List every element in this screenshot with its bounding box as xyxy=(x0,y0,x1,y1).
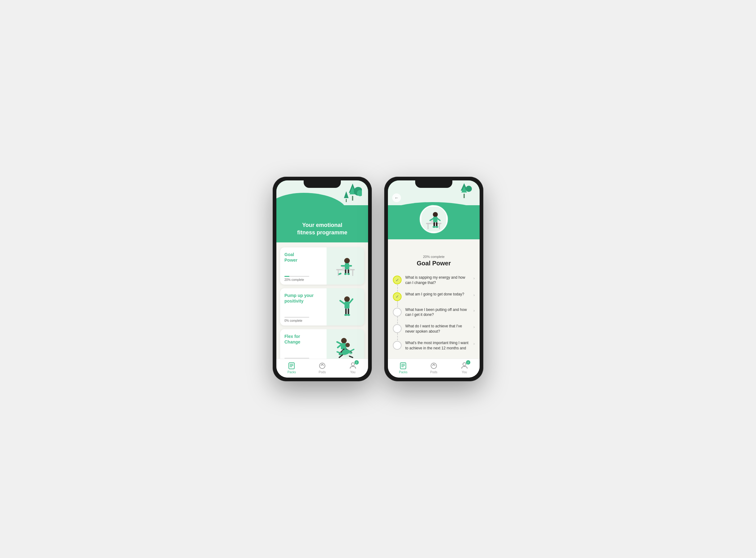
svg-rect-78 xyxy=(401,364,405,364)
q-arrow-1: › xyxy=(474,276,475,281)
q-text-3: What have I been putting off and how can… xyxy=(405,307,470,318)
svg-point-19 xyxy=(344,258,350,263)
q-circle-1: ✓ xyxy=(393,276,402,284)
flex-person-svg xyxy=(331,334,359,359)
q-text-5: What's the most important thing I want t… xyxy=(405,340,470,351)
svg-rect-66 xyxy=(439,224,440,229)
svg-rect-33 xyxy=(348,308,349,315)
screen2-content: 20% complete Goal Power ✓ What is sappin… xyxy=(388,239,480,359)
q-circle-2: ✓ xyxy=(393,292,402,301)
card-1-illustration xyxy=(327,247,364,285)
nav-pods-2[interactable]: Pods xyxy=(418,361,449,374)
card-2-illustration xyxy=(327,288,364,326)
q-arrow-5: › xyxy=(474,341,475,346)
svg-rect-73 xyxy=(433,222,435,227)
svg-point-54 xyxy=(319,363,325,369)
svg-rect-53 xyxy=(290,366,292,367)
screen-1: Your emotional fitness programme Goal Po… xyxy=(276,180,368,378)
goal-power-card[interactable]: Goal Power 20% complete xyxy=(280,247,364,285)
you-icon-1: 2 xyxy=(349,361,357,370)
tree-illustration xyxy=(343,182,362,204)
svg-line-38 xyxy=(338,345,341,348)
svg-rect-32 xyxy=(345,308,347,315)
screen2-hero: ← xyxy=(388,180,480,239)
nav-pods-label-1: Pods xyxy=(319,371,326,374)
svg-rect-79 xyxy=(401,365,405,366)
svg-rect-3 xyxy=(346,199,347,202)
nav-pods-1[interactable]: Pods xyxy=(307,361,338,374)
desk-person-svg xyxy=(331,252,359,280)
nav-you-1[interactable]: 2 You xyxy=(338,361,368,374)
svg-point-45 xyxy=(346,343,350,347)
svg-rect-65 xyxy=(428,224,429,229)
back-button[interactable]: ← xyxy=(392,194,401,202)
q-arrow-3: › xyxy=(474,308,475,313)
question-item-3[interactable]: What have I been putting off and how can… xyxy=(393,304,475,321)
positivity-card[interactable]: Pump up your positivity 0% complete xyxy=(280,288,364,326)
nav-you-label-1: You xyxy=(350,371,355,374)
card-3-illustration xyxy=(327,329,364,359)
screen2-header: 20% complete Goal Power xyxy=(388,239,480,270)
nav-pods-label-2: Pods xyxy=(430,371,437,374)
q-text-1: What is sapping my energy and how can I … xyxy=(405,275,470,285)
svg-point-76 xyxy=(435,226,438,228)
phone-1: Your emotional fitness programme Goal Po… xyxy=(273,177,372,381)
svg-point-28 xyxy=(344,296,350,302)
svg-line-31 xyxy=(350,299,353,303)
question-item-5[interactable]: What's the most important thing I want t… xyxy=(393,337,475,354)
svg-point-81 xyxy=(431,363,437,369)
svg-rect-22 xyxy=(349,265,352,267)
svg-point-35 xyxy=(347,314,350,316)
svg-point-56 xyxy=(351,363,354,366)
you-badge-1: 2 xyxy=(354,360,359,364)
question-item-1[interactable]: ✓ What is sapping my energy and how can … xyxy=(393,272,475,288)
card-2-progress-bar xyxy=(285,317,309,318)
q-text-4: What do I want to achieve that I've neve… xyxy=(405,324,470,334)
svg-point-25 xyxy=(344,273,347,275)
svg-rect-80 xyxy=(401,366,404,367)
nav-packs-label-1: Packs xyxy=(288,371,296,374)
nav-packs-label-2: Packs xyxy=(399,371,407,374)
svg-line-30 xyxy=(340,301,345,304)
pods-icon xyxy=(318,361,326,370)
avatar-person xyxy=(422,207,446,232)
svg-rect-20 xyxy=(345,263,349,270)
svg-point-69 xyxy=(433,212,438,217)
svg-marker-4 xyxy=(344,191,349,198)
question-item-4[interactable]: What do I want to achieve that I've neve… xyxy=(393,321,475,337)
q-circle-4 xyxy=(393,324,402,333)
packs-icon xyxy=(288,361,296,370)
card-1-progress-bar xyxy=(285,276,309,277)
you-badge-2: 2 xyxy=(466,360,470,364)
phone-2: ← xyxy=(384,177,483,381)
bottom-nav-1: Packs Pods xyxy=(276,359,368,378)
svg-point-82 xyxy=(433,364,434,365)
svg-point-34 xyxy=(344,314,347,316)
q-arrow-4: › xyxy=(474,325,475,329)
q-arrow-2: › xyxy=(474,293,475,297)
svg-rect-51 xyxy=(290,364,293,364)
nav-packs-2[interactable]: Packs xyxy=(388,361,418,374)
flex-card[interactable]: Flex for Change 0% complete xyxy=(280,329,364,359)
svg-point-60 xyxy=(466,186,472,192)
svg-rect-0 xyxy=(352,196,353,201)
screen2-tree xyxy=(456,182,472,201)
complete-text: 20% complete xyxy=(393,255,475,258)
svg-point-83 xyxy=(463,363,466,366)
hero-section: Your emotional fitness programme xyxy=(276,180,368,243)
svg-rect-23 xyxy=(345,270,346,274)
svg-rect-24 xyxy=(348,270,349,274)
nav-you-2[interactable]: 2 You xyxy=(449,361,480,374)
svg-rect-21 xyxy=(341,265,345,267)
nav-packs-1[interactable]: Packs xyxy=(276,361,307,374)
you-icon-2: 2 xyxy=(460,361,468,370)
svg-rect-15 xyxy=(338,270,339,276)
svg-line-39 xyxy=(337,342,341,344)
svg-rect-52 xyxy=(290,365,293,366)
cards-list: Goal Power 20% complete xyxy=(276,243,368,359)
svg-rect-57 xyxy=(463,194,465,198)
nav-you-label-2: You xyxy=(462,371,467,374)
question-item-2[interactable]: ✓ What am I going to get done today? › xyxy=(393,288,475,304)
svg-rect-27 xyxy=(338,273,342,275)
hero-title: Your emotional fitness programme xyxy=(276,222,368,236)
